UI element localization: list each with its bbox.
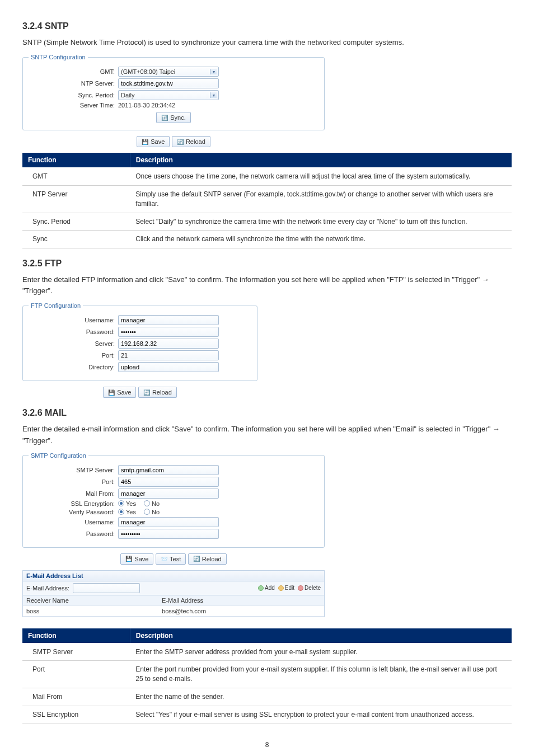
label-mail-from: Mail From: bbox=[29, 490, 118, 497]
reload-button[interactable]: Reload bbox=[172, 136, 210, 147]
cell-func: Mail From bbox=[22, 688, 130, 706]
radio-ssl-yes-label: Yes bbox=[126, 500, 136, 507]
label-smtp-server: SMTP Server: bbox=[29, 467, 118, 473]
cell-desc: Select "Yes" if your e-mail server is us… bbox=[130, 706, 512, 724]
cell-desc: Enter the port number provided from your… bbox=[130, 661, 512, 688]
save-button-label: Save bbox=[117, 389, 131, 396]
cell-desc: Enter the SMTP server address provided f… bbox=[130, 643, 512, 661]
save-button[interactable]: Save bbox=[103, 387, 136, 398]
label-smtp-port: Port: bbox=[29, 478, 118, 485]
add-label: Add bbox=[265, 585, 275, 591]
cell-func: NTP Server bbox=[22, 185, 130, 213]
save-icon bbox=[108, 389, 115, 396]
ftp-fieldset: FTP Configuration Username: Password: Se… bbox=[22, 302, 257, 381]
table-row: SSL EncryptionSelect "Yes" if your e-mai… bbox=[22, 706, 512, 724]
sntp-heading: 3.2.4 SNTP bbox=[22, 21, 512, 31]
cell-func: Port bbox=[22, 661, 130, 688]
cell-desc: Once users choose the time zone, the net… bbox=[130, 168, 512, 186]
radio-verify-yes[interactable] bbox=[118, 509, 124, 515]
th-function: Function bbox=[22, 628, 130, 644]
email-address-list: E-Mail Address List E-Mail Address: Add … bbox=[22, 570, 325, 617]
label-ftp-dir: Directory: bbox=[29, 364, 118, 370]
test-button[interactable]: Test bbox=[156, 553, 186, 565]
input-email-address[interactable] bbox=[73, 583, 140, 593]
input-ftp-server[interactable] bbox=[118, 339, 219, 349]
select-gmt[interactable]: (GMT+08:00) Taipei ▾ bbox=[118, 67, 219, 77]
radio-verify-no-label: No bbox=[152, 509, 160, 515]
add-button[interactable]: Add bbox=[258, 585, 275, 591]
smtp-legend: SMTP Configuration bbox=[29, 452, 88, 459]
label-smtp-pass: Password: bbox=[29, 530, 118, 537]
add-icon bbox=[258, 585, 264, 591]
select-sync-period[interactable]: Daily ▾ bbox=[118, 90, 219, 100]
input-smtp-pass[interactable] bbox=[118, 529, 219, 539]
save-button-label: Save bbox=[151, 138, 165, 145]
table-row: Sync. PeriodSelect "Daily" to synchroniz… bbox=[22, 213, 512, 231]
radio-verify-no[interactable] bbox=[144, 509, 150, 515]
sync-icon bbox=[161, 115, 168, 121]
save-icon bbox=[125, 556, 132, 562]
edit-button[interactable]: Edit bbox=[278, 585, 294, 591]
table-row: PortEnter the port number provided from … bbox=[22, 661, 512, 688]
input-ftp-port[interactable] bbox=[118, 350, 219, 360]
table-row: GMTOnce users choose the time zone, the … bbox=[22, 168, 512, 186]
ftp-legend: FTP Configuration bbox=[29, 302, 83, 309]
page-number: 8 bbox=[22, 741, 512, 749]
chevron-down-icon: ▾ bbox=[210, 92, 217, 98]
label-ssl: SSL Encryption: bbox=[29, 500, 118, 507]
input-ftp-pass[interactable] bbox=[118, 327, 219, 337]
input-ftp-user[interactable] bbox=[118, 315, 219, 325]
smtp-fieldset: SMTP Configuration SMTP Server: Port: Ma… bbox=[22, 452, 325, 548]
label-ntp: NTP Server: bbox=[29, 80, 118, 87]
cell-func: GMT bbox=[22, 168, 130, 186]
th-description: Description bbox=[130, 153, 512, 168]
input-ftp-dir[interactable] bbox=[118, 362, 219, 372]
sync-button-label: Sync. bbox=[170, 114, 186, 121]
mail-intro: Enter the detailed e-mail information an… bbox=[22, 424, 512, 446]
radio-verify-yes-label: Yes bbox=[126, 509, 136, 515]
sntp-legend: SNTP Configuration bbox=[29, 54, 88, 60]
table-row: SyncClick and the network camera will sy… bbox=[22, 231, 512, 248]
cell-desc: Enter the name of the sender. bbox=[130, 688, 512, 706]
reload-icon bbox=[143, 389, 150, 396]
radio-ssl-no[interactable] bbox=[144, 500, 150, 506]
reload-button-label: Reload bbox=[202, 556, 222, 562]
input-smtp-user[interactable] bbox=[118, 517, 219, 527]
test-button-label: Test bbox=[170, 556, 181, 562]
sync-button[interactable]: Sync. bbox=[156, 112, 191, 123]
cell-desc: Simply use the default SNTP server (For … bbox=[130, 185, 512, 213]
cell-func: Sync bbox=[22, 231, 130, 248]
th-function: Function bbox=[22, 153, 130, 168]
label-verify: Verify Password: bbox=[29, 509, 118, 515]
save-button[interactable]: Save bbox=[120, 553, 153, 565]
mail-icon bbox=[161, 556, 167, 562]
delete-button[interactable]: Delete bbox=[298, 585, 321, 591]
col-receiver-name: Receiver Name bbox=[23, 595, 158, 605]
input-smtp-server[interactable] bbox=[118, 465, 219, 475]
reload-button[interactable]: Reload bbox=[138, 387, 177, 398]
table-row: NTP ServerSimply use the default SNTP se… bbox=[22, 185, 512, 213]
save-button[interactable]: Save bbox=[137, 136, 170, 147]
cell-func: SSL Encryption bbox=[22, 706, 130, 724]
label-gmt: GMT: bbox=[29, 68, 118, 75]
delete-icon bbox=[298, 585, 303, 591]
cell-email: boss@tech.com bbox=[158, 606, 324, 616]
list-item[interactable]: boss boss@tech.com bbox=[23, 606, 324, 617]
label-ftp-port: Port: bbox=[29, 352, 118, 359]
reload-button[interactable]: Reload bbox=[188, 553, 227, 565]
table-row: SMTP ServerEnter the SMTP server address… bbox=[22, 643, 512, 661]
edit-label: Edit bbox=[285, 585, 294, 591]
input-smtp-port[interactable] bbox=[118, 477, 219, 487]
cell-func: SMTP Server bbox=[22, 643, 130, 661]
select-gmt-value: (GMT+08:00) Taipei bbox=[121, 68, 175, 75]
input-mail-from[interactable] bbox=[118, 489, 219, 499]
label-server-time: Server Time: bbox=[29, 102, 118, 109]
radio-ssl-yes[interactable] bbox=[118, 500, 124, 506]
reload-icon bbox=[177, 139, 184, 145]
email-list-title: E-Mail Address List bbox=[23, 571, 324, 581]
mail-desc-table: Function Description SMTP ServerEnter th… bbox=[22, 628, 512, 724]
sntp-intro: SNTP (Simple Network Time Protocol) is u… bbox=[22, 37, 512, 48]
ftp-intro: Enter the detailed FTP information and c… bbox=[22, 274, 512, 297]
input-ntp-server[interactable] bbox=[118, 78, 219, 88]
delete-label: Delete bbox=[305, 585, 321, 591]
